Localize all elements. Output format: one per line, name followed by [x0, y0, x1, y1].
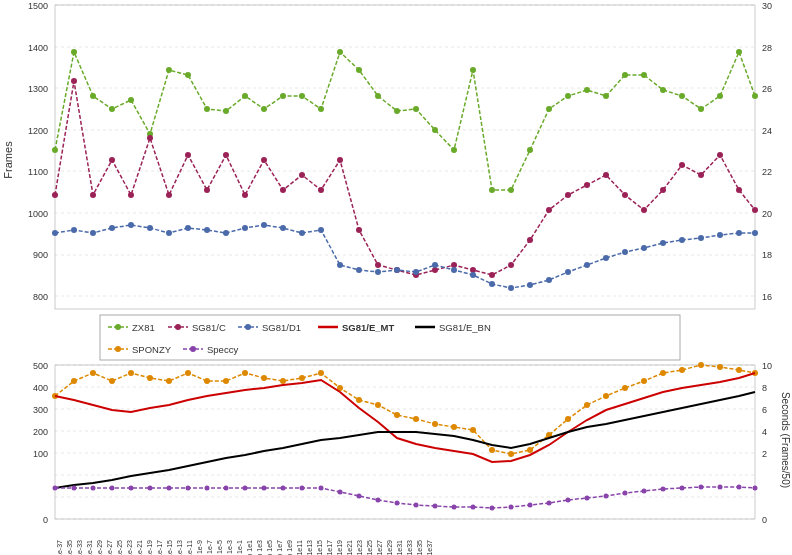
svg-point-153	[432, 421, 438, 427]
svg-point-202	[642, 489, 647, 494]
legend-zx81-dot	[115, 324, 121, 330]
svg-point-173	[91, 486, 96, 491]
y-right-16: 16	[762, 292, 772, 302]
svg-point-102	[185, 225, 191, 231]
y-label-1500: 1500	[28, 1, 48, 11]
svg-point-127	[660, 240, 666, 246]
svg-point-110	[337, 262, 343, 268]
svg-point-204	[680, 486, 685, 491]
y-right-24: 24	[762, 126, 772, 136]
svg-point-108	[299, 230, 305, 236]
svg-point-41	[470, 67, 476, 73]
svg-point-205	[699, 485, 704, 490]
svg-point-129	[698, 235, 704, 241]
svg-point-201	[623, 491, 628, 496]
svg-point-115	[432, 262, 438, 268]
y-right-2: 2	[762, 449, 767, 459]
svg-rect-0	[0, 0, 792, 555]
svg-point-67	[242, 192, 248, 198]
svg-point-135	[90, 370, 96, 376]
svg-point-192	[452, 505, 457, 510]
x-label-3: 1e-32 to 1e-31	[86, 540, 93, 555]
svg-point-84	[565, 192, 571, 198]
svg-point-88	[641, 207, 647, 213]
svg-point-124	[603, 255, 609, 261]
svg-point-182	[262, 486, 267, 491]
svg-point-181	[243, 486, 248, 491]
svg-point-33	[318, 106, 324, 112]
svg-point-73	[356, 227, 362, 233]
y-right-8: 8	[762, 383, 767, 393]
svg-point-26	[185, 72, 191, 78]
x-label-13: 1e-12 to 1e-11	[186, 540, 193, 555]
svg-point-184	[300, 486, 305, 491]
svg-point-20	[71, 49, 77, 55]
svg-point-109	[318, 227, 324, 233]
x-label-32: 1e26 to 1e27	[376, 540, 383, 555]
svg-point-152	[413, 416, 419, 422]
legend-sg81c-label: SG81/C	[192, 322, 226, 333]
svg-point-199	[585, 496, 590, 501]
x-label-22: 1e6 to 1e7	[276, 540, 283, 555]
svg-point-89	[660, 187, 666, 193]
svg-point-60	[109, 157, 115, 163]
svg-point-138	[147, 375, 153, 381]
svg-point-171	[53, 486, 58, 491]
y-low-400: 400	[33, 383, 48, 393]
svg-point-99	[128, 222, 134, 228]
svg-point-191	[433, 504, 438, 509]
svg-point-57	[52, 192, 58, 198]
svg-point-122	[565, 269, 571, 275]
svg-point-42	[489, 187, 495, 193]
svg-point-105	[242, 225, 248, 231]
svg-point-98	[109, 225, 115, 231]
x-label-30: 1e22 to 1e23	[356, 540, 363, 555]
svg-point-177	[167, 486, 172, 491]
x-label-2: 1e-34 to 1e-33	[76, 540, 83, 555]
x-label-23: 1e8 to 1e9	[286, 540, 293, 555]
y-low-300: 300	[33, 405, 48, 415]
y-low-200: 200	[33, 427, 48, 437]
x-label-5: 1e-28 to 1e-27	[106, 540, 113, 555]
svg-point-95	[52, 230, 58, 236]
legend-zx81-label: ZX81	[132, 322, 155, 333]
svg-point-19	[52, 147, 58, 153]
svg-point-189	[395, 501, 400, 506]
svg-point-126	[641, 245, 647, 251]
svg-point-107	[280, 225, 286, 231]
x-label-1: 1e-36 to 1e-35	[66, 540, 73, 555]
legend-sponzy-dot	[115, 346, 121, 352]
svg-point-25	[166, 67, 172, 73]
svg-point-28	[223, 108, 229, 114]
svg-point-136	[109, 378, 115, 384]
svg-point-68	[261, 157, 267, 163]
svg-point-140	[185, 370, 191, 376]
svg-point-44	[527, 147, 533, 153]
svg-point-154	[451, 424, 457, 430]
svg-point-120	[527, 282, 533, 288]
svg-point-208	[753, 486, 758, 491]
svg-point-174	[110, 486, 115, 491]
svg-point-22	[109, 106, 115, 112]
svg-point-166	[679, 367, 685, 373]
y-right-10: 10	[762, 361, 772, 371]
svg-point-31	[280, 93, 286, 99]
svg-point-195	[509, 505, 514, 510]
x-label-14: 1e-10 to 1e-9	[196, 540, 203, 555]
y-right-4: 4	[762, 427, 767, 437]
svg-point-37	[394, 108, 400, 114]
svg-point-186	[338, 490, 343, 495]
svg-point-69	[280, 187, 286, 193]
svg-point-157	[508, 451, 514, 457]
y-label-1400: 1400	[28, 43, 48, 53]
x-label-19: 1e0 to 1e1	[246, 540, 253, 555]
y-label-800: 800	[33, 292, 48, 302]
x-label-15: 1e-8 to 1e-7	[206, 540, 213, 555]
x-label-28: 1e18 to 1e19	[336, 540, 343, 555]
svg-point-118	[489, 281, 495, 287]
svg-point-183	[281, 486, 286, 491]
svg-point-46	[565, 93, 571, 99]
x-label-21: 1e4 to 1e5	[266, 540, 273, 555]
x-label-20: 1e2 to 1e3	[256, 540, 263, 555]
x-label-35: 1e32 to 1e33	[406, 540, 413, 555]
